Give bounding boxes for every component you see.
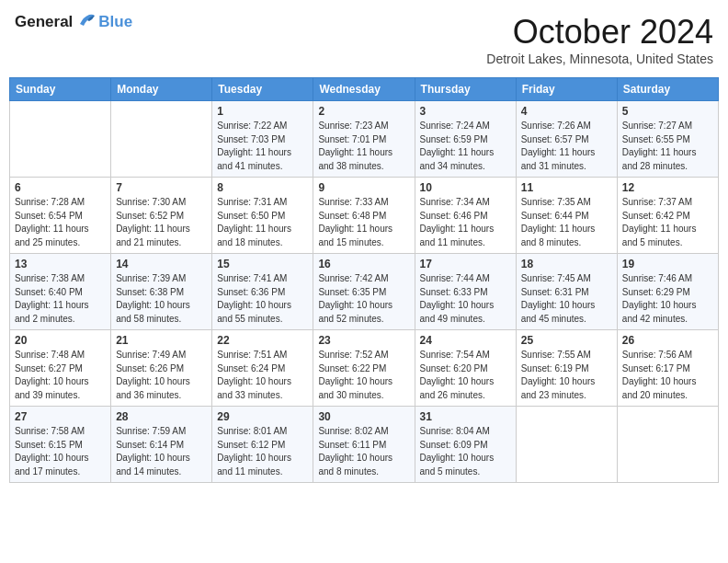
day-info: Sunrise: 7:49 AM Sunset: 6:26 PM Dayligh… <box>116 349 207 402</box>
day-info: Sunrise: 7:39 AM Sunset: 6:38 PM Dayligh… <box>116 272 207 326</box>
title-block: October 2024 Detroit Lakes, Minnesota, U… <box>486 13 713 66</box>
day-number: 12 <box>622 181 713 194</box>
calendar-cell <box>617 407 718 483</box>
day-info: Sunrise: 7:22 AM Sunset: 7:03 PM Dayligh… <box>217 120 308 173</box>
day-info: Sunrise: 7:52 AM Sunset: 6:22 PM Dayligh… <box>318 349 409 402</box>
calendar-cell: 30Sunrise: 8:02 AM Sunset: 6:11 PM Dayli… <box>313 407 415 483</box>
day-number: 6 <box>15 181 106 194</box>
day-info: Sunrise: 7:42 AM Sunset: 6:35 PM Dayligh… <box>318 272 409 326</box>
calendar-cell: 22Sunrise: 7:51 AM Sunset: 6:24 PM Dayli… <box>212 330 313 407</box>
calendar-cell: 10Sunrise: 7:34 AM Sunset: 6:46 PM Dayli… <box>415 178 516 254</box>
calendar-cell: 8Sunrise: 7:31 AM Sunset: 6:50 PM Daylig… <box>212 178 313 254</box>
day-number: 22 <box>217 334 308 347</box>
day-info: Sunrise: 7:34 AM Sunset: 6:46 PM Dayligh… <box>420 196 511 249</box>
day-number: 23 <box>318 334 409 347</box>
logo: General Blue <box>15 13 132 31</box>
day-info: Sunrise: 7:23 AM Sunset: 7:01 PM Dayligh… <box>318 120 409 173</box>
day-info: Sunrise: 7:46 AM Sunset: 6:29 PM Dayligh… <box>622 272 713 326</box>
calendar-cell: 13Sunrise: 7:38 AM Sunset: 6:40 PM Dayli… <box>10 254 111 330</box>
calendar-week-row: 20Sunrise: 7:48 AM Sunset: 6:27 PM Dayli… <box>10 330 719 407</box>
day-info: Sunrise: 7:48 AM Sunset: 6:27 PM Dayligh… <box>15 349 106 402</box>
day-info: Sunrise: 7:54 AM Sunset: 6:20 PM Dayligh… <box>420 349 511 402</box>
day-number: 11 <box>521 181 612 194</box>
day-number: 28 <box>116 410 207 423</box>
calendar-cell: 5Sunrise: 7:27 AM Sunset: 6:55 PM Daylig… <box>617 101 718 178</box>
day-number: 14 <box>116 258 207 270</box>
day-info: Sunrise: 7:59 AM Sunset: 6:14 PM Dayligh… <box>116 425 207 478</box>
day-number: 3 <box>420 105 511 118</box>
day-info: Sunrise: 7:35 AM Sunset: 6:44 PM Dayligh… <box>521 196 612 249</box>
day-number: 13 <box>15 258 106 270</box>
calendar-cell: 29Sunrise: 8:01 AM Sunset: 6:12 PM Dayli… <box>212 407 313 483</box>
day-number: 29 <box>217 410 308 423</box>
day-number: 18 <box>521 258 612 270</box>
calendar-cell: 24Sunrise: 7:54 AM Sunset: 6:20 PM Dayli… <box>415 330 516 407</box>
day-number: 10 <box>420 181 511 194</box>
day-number: 25 <box>521 334 612 347</box>
day-info: Sunrise: 7:51 AM Sunset: 6:24 PM Dayligh… <box>217 349 308 402</box>
day-number: 5 <box>622 105 713 118</box>
calendar-cell <box>111 101 212 178</box>
day-number: 19 <box>622 258 713 270</box>
weekday-header-thursday: Thursday <box>415 78 516 101</box>
calendar-cell: 1Sunrise: 7:22 AM Sunset: 7:03 PM Daylig… <box>212 101 313 178</box>
calendar-cell: 25Sunrise: 7:55 AM Sunset: 6:19 PM Dayli… <box>516 330 617 407</box>
day-info: Sunrise: 7:33 AM Sunset: 6:48 PM Dayligh… <box>318 196 409 249</box>
day-number: 30 <box>318 410 409 423</box>
day-info: Sunrise: 7:28 AM Sunset: 6:54 PM Dayligh… <box>15 196 106 249</box>
day-number: 9 <box>318 181 409 194</box>
calendar-cell: 16Sunrise: 7:42 AM Sunset: 6:35 PM Dayli… <box>313 254 415 330</box>
logo-general-text: General <box>15 13 73 31</box>
weekday-header-row: SundayMondayTuesdayWednesdayThursdayFrid… <box>10 78 719 101</box>
calendar-cell: 14Sunrise: 7:39 AM Sunset: 6:38 PM Dayli… <box>111 254 212 330</box>
calendar-table: SundayMondayTuesdayWednesdayThursdayFrid… <box>9 77 719 483</box>
calendar-cell: 9Sunrise: 7:33 AM Sunset: 6:48 PM Daylig… <box>313 178 415 254</box>
day-number: 7 <box>116 181 207 194</box>
calendar-cell: 19Sunrise: 7:46 AM Sunset: 6:29 PM Dayli… <box>617 254 718 330</box>
calendar-cell: 15Sunrise: 7:41 AM Sunset: 6:36 PM Dayli… <box>212 254 313 330</box>
weekday-header-tuesday: Tuesday <box>212 78 313 101</box>
calendar-cell: 28Sunrise: 7:59 AM Sunset: 6:14 PM Dayli… <box>111 407 212 483</box>
day-number: 31 <box>420 410 511 423</box>
calendar-cell <box>516 407 617 483</box>
day-number: 15 <box>217 258 308 270</box>
calendar-cell: 23Sunrise: 7:52 AM Sunset: 6:22 PM Dayli… <box>313 330 415 407</box>
day-number: 27 <box>15 410 106 423</box>
day-number: 21 <box>116 334 207 347</box>
calendar-cell: 7Sunrise: 7:30 AM Sunset: 6:52 PM Daylig… <box>111 178 212 254</box>
day-info: Sunrise: 7:26 AM Sunset: 6:57 PM Dayligh… <box>521 120 612 173</box>
weekday-header-sunday: Sunday <box>10 78 111 101</box>
calendar-cell: 26Sunrise: 7:56 AM Sunset: 6:17 PM Dayli… <box>617 330 718 407</box>
day-number: 1 <box>217 105 308 118</box>
weekday-header-wednesday: Wednesday <box>313 78 415 101</box>
day-info: Sunrise: 7:27 AM Sunset: 6:55 PM Dayligh… <box>622 120 713 173</box>
calendar-cell: 17Sunrise: 7:44 AM Sunset: 6:33 PM Dayli… <box>415 254 516 330</box>
day-info: Sunrise: 8:04 AM Sunset: 6:09 PM Dayligh… <box>420 425 511 478</box>
logo-blue-text: Blue <box>98 13 132 31</box>
page-header: General Blue October 2024 Detroit Lakes,… <box>9 9 719 70</box>
calendar-cell: 20Sunrise: 7:48 AM Sunset: 6:27 PM Dayli… <box>10 330 111 407</box>
day-number: 20 <box>15 334 106 347</box>
day-info: Sunrise: 8:01 AM Sunset: 6:12 PM Dayligh… <box>217 425 308 478</box>
day-info: Sunrise: 7:44 AM Sunset: 6:33 PM Dayligh… <box>420 272 511 326</box>
day-number: 4 <box>521 105 612 118</box>
day-info: Sunrise: 7:45 AM Sunset: 6:31 PM Dayligh… <box>521 272 612 326</box>
calendar-cell: 3Sunrise: 7:24 AM Sunset: 6:59 PM Daylig… <box>415 101 516 178</box>
weekday-header-friday: Friday <box>516 78 617 101</box>
day-info: Sunrise: 7:41 AM Sunset: 6:36 PM Dayligh… <box>217 272 308 326</box>
calendar-week-row: 27Sunrise: 7:58 AM Sunset: 6:15 PM Dayli… <box>10 407 719 483</box>
weekday-header-monday: Monday <box>111 78 212 101</box>
day-number: 2 <box>318 105 409 118</box>
day-info: Sunrise: 7:37 AM Sunset: 6:42 PM Dayligh… <box>622 196 713 249</box>
month-title: October 2024 <box>486 13 713 52</box>
weekday-header-saturday: Saturday <box>617 78 718 101</box>
calendar-cell: 2Sunrise: 7:23 AM Sunset: 7:01 PM Daylig… <box>313 101 415 178</box>
day-info: Sunrise: 7:30 AM Sunset: 6:52 PM Dayligh… <box>116 196 207 249</box>
calendar-cell: 12Sunrise: 7:37 AM Sunset: 6:42 PM Dayli… <box>617 178 718 254</box>
day-number: 16 <box>318 258 409 270</box>
calendar-week-row: 13Sunrise: 7:38 AM Sunset: 6:40 PM Dayli… <box>10 254 719 330</box>
day-info: Sunrise: 7:56 AM Sunset: 6:17 PM Dayligh… <box>622 349 713 402</box>
day-info: Sunrise: 8:02 AM Sunset: 6:11 PM Dayligh… <box>318 425 409 478</box>
day-info: Sunrise: 7:24 AM Sunset: 6:59 PM Dayligh… <box>420 120 511 173</box>
calendar-cell: 4Sunrise: 7:26 AM Sunset: 6:57 PM Daylig… <box>516 101 617 178</box>
